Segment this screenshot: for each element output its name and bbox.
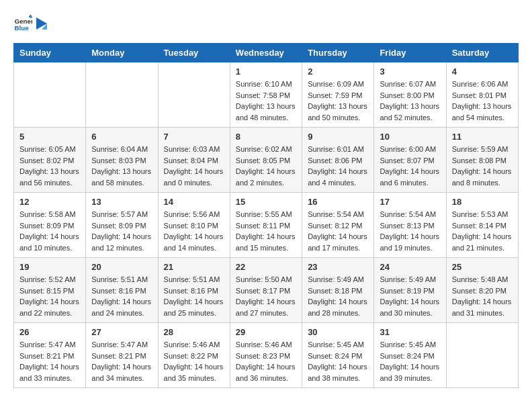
day-info: Sunrise: 5:47 AM Sunset: 8:21 PM Dayligh… bbox=[91, 339, 152, 383]
day-info: Sunrise: 5:51 AM Sunset: 8:16 PM Dayligh… bbox=[91, 274, 152, 318]
calendar-day-cell bbox=[158, 62, 230, 128]
day-number: 8 bbox=[236, 132, 296, 142]
day-info: Sunrise: 6:06 AM Sunset: 8:01 PM Dayligh… bbox=[452, 79, 513, 123]
calendar-day-cell: 3Sunrise: 6:07 AM Sunset: 8:00 PM Daylig… bbox=[374, 62, 446, 128]
day-info: Sunrise: 6:00 AM Sunset: 8:07 PM Dayligh… bbox=[380, 144, 440, 188]
calendar-day-cell: 21Sunrise: 5:51 AM Sunset: 8:16 PM Dayli… bbox=[158, 258, 230, 323]
day-number: 5 bbox=[19, 132, 80, 142]
day-info: Sunrise: 6:05 AM Sunset: 8:02 PM Dayligh… bbox=[19, 144, 80, 188]
day-info: Sunrise: 6:09 AM Sunset: 7:59 PM Dayligh… bbox=[308, 79, 368, 123]
day-info: Sunrise: 6:01 AM Sunset: 8:06 PM Dayligh… bbox=[308, 144, 368, 188]
day-number: 3 bbox=[380, 66, 440, 77]
calendar-day-cell bbox=[14, 62, 86, 128]
day-info: Sunrise: 6:03 AM Sunset: 8:04 PM Dayligh… bbox=[164, 144, 224, 188]
day-info: Sunrise: 6:02 AM Sunset: 8:05 PM Dayligh… bbox=[236, 144, 296, 188]
day-info: Sunrise: 5:48 AM Sunset: 8:20 PM Dayligh… bbox=[452, 274, 513, 318]
day-info: Sunrise: 6:10 AM Sunset: 7:58 PM Dayligh… bbox=[236, 79, 296, 123]
calendar-day-cell: 29Sunrise: 5:46 AM Sunset: 8:23 PM Dayli… bbox=[230, 323, 302, 388]
calendar-day-header: Saturday bbox=[446, 44, 518, 62]
calendar-day-header: Wednesday bbox=[230, 44, 302, 62]
calendar-day-cell: 24Sunrise: 5:49 AM Sunset: 8:19 PM Dayli… bbox=[374, 258, 446, 323]
calendar-day-cell: 12Sunrise: 5:58 AM Sunset: 8:09 PM Dayli… bbox=[14, 193, 86, 258]
calendar-day-cell: 1Sunrise: 6:10 AM Sunset: 7:58 PM Daylig… bbox=[230, 62, 302, 128]
day-number: 18 bbox=[452, 197, 513, 207]
calendar-day-cell: 2Sunrise: 6:09 AM Sunset: 7:59 PM Daylig… bbox=[302, 62, 374, 128]
day-info: Sunrise: 5:56 AM Sunset: 8:10 PM Dayligh… bbox=[164, 209, 224, 253]
day-info: Sunrise: 5:45 AM Sunset: 8:24 PM Dayligh… bbox=[380, 339, 440, 383]
calendar-day-cell: 28Sunrise: 5:46 AM Sunset: 8:22 PM Dayli… bbox=[158, 323, 230, 388]
day-number: 19 bbox=[19, 262, 80, 272]
calendar-day-cell: 10Sunrise: 6:00 AM Sunset: 8:07 PM Dayli… bbox=[374, 128, 446, 193]
day-number: 25 bbox=[452, 262, 513, 272]
day-info: Sunrise: 5:51 AM Sunset: 8:16 PM Dayligh… bbox=[164, 274, 224, 318]
calendar-day-cell: 18Sunrise: 5:53 AM Sunset: 8:14 PM Dayli… bbox=[446, 193, 518, 258]
day-number: 29 bbox=[236, 327, 296, 337]
calendar-day-cell: 13Sunrise: 5:57 AM Sunset: 8:09 PM Dayli… bbox=[86, 193, 158, 258]
day-info: Sunrise: 5:58 AM Sunset: 8:09 PM Dayligh… bbox=[19, 209, 80, 253]
calendar-week-row: 5Sunrise: 6:05 AM Sunset: 8:02 PM Daylig… bbox=[14, 128, 519, 193]
calendar-day-cell: 19Sunrise: 5:52 AM Sunset: 8:15 PM Dayli… bbox=[14, 258, 86, 323]
day-number: 15 bbox=[236, 197, 296, 207]
day-number: 10 bbox=[380, 132, 440, 142]
day-info: Sunrise: 5:57 AM Sunset: 8:09 PM Dayligh… bbox=[91, 209, 152, 253]
calendar-week-row: 19Sunrise: 5:52 AM Sunset: 8:15 PM Dayli… bbox=[14, 258, 519, 323]
calendar-day-cell: 17Sunrise: 5:54 AM Sunset: 8:13 PM Dayli… bbox=[374, 193, 446, 258]
logo: General Blue bbox=[13, 13, 48, 32]
calendar-day-cell: 31Sunrise: 5:45 AM Sunset: 8:24 PM Dayli… bbox=[374, 323, 446, 388]
calendar-day-cell: 11Sunrise: 5:59 AM Sunset: 8:08 PM Dayli… bbox=[446, 128, 518, 193]
logo-icon: General Blue bbox=[13, 13, 32, 32]
calendar-day-cell bbox=[446, 323, 518, 388]
day-info: Sunrise: 5:49 AM Sunset: 8:19 PM Dayligh… bbox=[380, 274, 440, 318]
day-number: 16 bbox=[308, 197, 368, 207]
day-info: Sunrise: 5:45 AM Sunset: 8:24 PM Dayligh… bbox=[308, 339, 368, 383]
day-number: 22 bbox=[236, 262, 296, 272]
calendar-day-cell: 5Sunrise: 6:05 AM Sunset: 8:02 PM Daylig… bbox=[14, 128, 86, 193]
calendar-day-cell: 7Sunrise: 6:03 AM Sunset: 8:04 PM Daylig… bbox=[158, 128, 230, 193]
day-info: Sunrise: 5:46 AM Sunset: 8:22 PM Dayligh… bbox=[164, 339, 224, 383]
calendar-day-cell: 8Sunrise: 6:02 AM Sunset: 8:05 PM Daylig… bbox=[230, 128, 302, 193]
svg-text:Blue: Blue bbox=[14, 24, 29, 32]
day-info: Sunrise: 5:49 AM Sunset: 8:18 PM Dayligh… bbox=[308, 274, 368, 318]
calendar-day-cell: 9Sunrise: 6:01 AM Sunset: 8:06 PM Daylig… bbox=[302, 128, 374, 193]
calendar-week-row: 12Sunrise: 5:58 AM Sunset: 8:09 PM Dayli… bbox=[14, 193, 519, 258]
calendar-day-cell: 20Sunrise: 5:51 AM Sunset: 8:16 PM Dayli… bbox=[86, 258, 158, 323]
calendar-day-header: Friday bbox=[374, 44, 446, 62]
day-number: 28 bbox=[164, 327, 224, 337]
calendar-day-cell: 23Sunrise: 5:49 AM Sunset: 8:18 PM Dayli… bbox=[302, 258, 374, 323]
calendar-day-header: Thursday bbox=[302, 44, 374, 62]
calendar-day-cell: 25Sunrise: 5:48 AM Sunset: 8:20 PM Dayli… bbox=[446, 258, 518, 323]
day-info: Sunrise: 5:46 AM Sunset: 8:23 PM Dayligh… bbox=[236, 339, 296, 383]
calendar-day-cell: 22Sunrise: 5:50 AM Sunset: 8:17 PM Dayli… bbox=[230, 258, 302, 323]
calendar-day-cell: 4Sunrise: 6:06 AM Sunset: 8:01 PM Daylig… bbox=[446, 62, 518, 128]
calendar-day-cell: 30Sunrise: 5:45 AM Sunset: 8:24 PM Dayli… bbox=[302, 323, 374, 388]
day-number: 12 bbox=[19, 197, 80, 207]
calendar-day-cell: 16Sunrise: 5:54 AM Sunset: 8:12 PM Dayli… bbox=[302, 193, 374, 258]
day-info: Sunrise: 5:55 AM Sunset: 8:11 PM Dayligh… bbox=[236, 209, 296, 253]
logo-triangle-icon bbox=[35, 17, 48, 31]
day-info: Sunrise: 5:54 AM Sunset: 8:13 PM Dayligh… bbox=[380, 209, 440, 253]
calendar-day-cell: 6Sunrise: 6:04 AM Sunset: 8:03 PM Daylig… bbox=[86, 128, 158, 193]
calendar-day-header: Tuesday bbox=[158, 44, 230, 62]
day-info: Sunrise: 5:53 AM Sunset: 8:14 PM Dayligh… bbox=[452, 209, 513, 253]
day-number: 11 bbox=[452, 132, 513, 142]
calendar-week-row: 1Sunrise: 6:10 AM Sunset: 7:58 PM Daylig… bbox=[14, 62, 519, 128]
page-header: General Blue bbox=[13, 13, 519, 32]
day-number: 1 bbox=[236, 66, 296, 77]
day-number: 30 bbox=[308, 327, 368, 337]
day-info: Sunrise: 6:07 AM Sunset: 8:00 PM Dayligh… bbox=[380, 79, 440, 123]
day-info: Sunrise: 5:50 AM Sunset: 8:17 PM Dayligh… bbox=[236, 274, 296, 318]
day-number: 13 bbox=[91, 197, 152, 207]
calendar-day-header: Sunday bbox=[14, 44, 86, 62]
day-info: Sunrise: 5:59 AM Sunset: 8:08 PM Dayligh… bbox=[452, 144, 513, 188]
day-number: 6 bbox=[91, 132, 152, 142]
day-info: Sunrise: 5:52 AM Sunset: 8:15 PM Dayligh… bbox=[19, 274, 80, 318]
calendar-header-row: SundayMondayTuesdayWednesdayThursdayFrid… bbox=[14, 44, 519, 62]
day-info: Sunrise: 5:47 AM Sunset: 8:21 PM Dayligh… bbox=[19, 339, 80, 383]
day-number: 24 bbox=[380, 262, 440, 272]
day-number: 4 bbox=[452, 66, 513, 77]
day-number: 21 bbox=[164, 262, 224, 272]
day-number: 26 bbox=[19, 327, 80, 337]
day-number: 7 bbox=[164, 132, 224, 142]
day-number: 2 bbox=[308, 66, 368, 77]
calendar-day-header: Monday bbox=[86, 44, 158, 62]
